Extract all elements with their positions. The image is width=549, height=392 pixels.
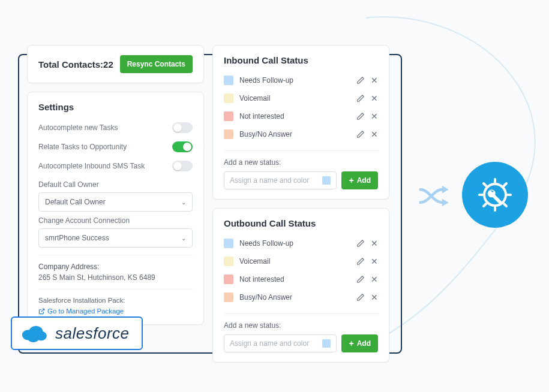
edit-icon[interactable] (356, 293, 365, 301)
edit-icon[interactable] (356, 257, 365, 266)
external-link-icon (38, 308, 45, 315)
delete-icon[interactable]: ✕ (371, 94, 378, 102)
sync-shuffle-icon (418, 183, 453, 209)
svg-line-13 (504, 204, 506, 206)
svg-line-15 (504, 183, 506, 186)
svg-point-4 (28, 333, 40, 342)
plus-icon: + (349, 176, 353, 185)
status-color-swatch (224, 239, 233, 248)
install-pack-label: Salesforce Installation Pack: (38, 297, 125, 304)
outbound-status-card: Outbound Call Status Needs Follow-up ✕ V… (212, 208, 389, 363)
status-label: Not interested (239, 275, 284, 284)
status-color-swatch (224, 76, 233, 85)
svg-marker-6 (442, 199, 449, 207)
toggle-switch[interactable] (172, 122, 193, 133)
delete-icon[interactable]: ✕ (371, 257, 378, 266)
outbound-add-input[interactable]: Assign a name and color (224, 334, 337, 352)
total-contacts-label: Total Contacts:22 (38, 59, 113, 70)
gear-badge (462, 162, 528, 228)
edit-icon[interactable] (356, 239, 365, 248)
setting-label: Autocomplete Inbound SMS Task (38, 162, 145, 170)
inbound-add-button[interactable]: + Add (341, 171, 378, 189)
status-color-swatch (224, 129, 233, 139)
inbound-status-row: Voicemail ✕ (224, 89, 378, 107)
status-color-swatch (224, 257, 233, 266)
chevron-down-icon: ⌄ (181, 235, 186, 242)
setting-toggle-row: Autocomplete Inbound SMS Task (38, 156, 193, 176)
status-label: Busy/No Answer (239, 293, 292, 301)
svg-marker-5 (442, 186, 449, 194)
svg-line-14 (484, 204, 486, 206)
toggle-switch[interactable] (172, 161, 193, 171)
svg-line-0 (41, 309, 44, 312)
managed-package-link[interactable]: Go to Managed Package (38, 307, 124, 315)
edit-icon[interactable] (356, 94, 365, 102)
outbound-status-row: Busy/No Answer ✕ (224, 288, 378, 306)
outbound-status-row: Voicemail ✕ (224, 252, 378, 270)
status-label: Busy/No Answer (239, 130, 292, 138)
company-address-value: 265 S Main St, Hutchinson, KS 6489 (38, 273, 193, 282)
divider (224, 150, 378, 151)
inbound-status-row: Needs Follow-up ✕ (224, 71, 378, 89)
color-swatch-icon[interactable] (322, 176, 331, 185)
plus-icon: + (349, 339, 353, 348)
setting-toggle-row: Autocomplete new Tasks (38, 118, 193, 137)
edit-icon[interactable] (356, 130, 365, 138)
inbound-add-label: Add a new status: (224, 158, 378, 167)
setting-toggle-row: Relate Tasks to Opportunity (38, 137, 193, 156)
salesforce-badge: salesforce (11, 316, 143, 350)
inbound-status-row: Busy/No Answer ✕ (224, 125, 378, 143)
outbound-add-label: Add a new status: (224, 321, 378, 330)
status-color-swatch (224, 275, 233, 284)
edit-icon[interactable] (356, 76, 365, 85)
delete-icon[interactable]: ✕ (371, 293, 378, 301)
inbound-status-row: Not interested ✕ (224, 107, 378, 125)
delete-icon[interactable]: ✕ (371, 275, 378, 284)
status-color-swatch (224, 293, 233, 302)
svg-line-12 (484, 183, 486, 186)
inbound-add-input[interactable]: Assign a name and color (224, 171, 337, 189)
status-color-swatch (224, 94, 233, 103)
delete-icon[interactable]: ✕ (371, 112, 378, 120)
default-owner-label: Default Call Owner (38, 180, 193, 189)
status-label: Needs Follow-up (239, 76, 293, 85)
inbound-status-card: Inbound Call Status Needs Follow-up ✕ Vo… (212, 45, 389, 200)
status-label: Voicemail (239, 94, 270, 102)
gear-wrench-icon (476, 176, 514, 214)
settings-title: Settings (38, 102, 193, 112)
inbound-title: Inbound Call Status (224, 55, 378, 65)
status-label: Voicemail (239, 257, 270, 266)
outbound-status-row: Not interested ✕ (224, 270, 378, 288)
delete-icon[interactable]: ✕ (371, 239, 378, 248)
divider (224, 313, 378, 314)
outbound-status-row: Needs Follow-up ✕ (224, 234, 378, 252)
contacts-card: Total Contacts:22 Resync Contacts (27, 45, 204, 83)
outbound-add-button[interactable]: + Add (341, 334, 378, 352)
toggle-switch[interactable] (172, 141, 193, 152)
delete-icon[interactable]: ✕ (371, 76, 378, 85)
company-address-label: Company Address: (38, 263, 193, 271)
status-label: Needs Follow-up (239, 239, 293, 248)
salesforce-text: salesforce (55, 324, 130, 343)
default-owner-select[interactable]: Default Call Owner ⌄ (38, 192, 193, 212)
settings-card: Settings Autocomplete new Tasks Relate T… (27, 92, 204, 325)
setting-label: Autocomplete new Tasks (38, 123, 118, 132)
account-connection-select[interactable]: smrtPhone Success ⌄ (38, 228, 193, 248)
edit-icon[interactable] (356, 275, 365, 284)
chevron-down-icon: ⌄ (181, 199, 186, 206)
account-connection-label: Change Account Connection (38, 216, 193, 225)
divider (38, 289, 193, 290)
delete-icon[interactable]: ✕ (371, 130, 378, 138)
resync-contacts-button[interactable]: Resync Contacts (120, 55, 193, 73)
status-color-swatch (224, 111, 233, 121)
divider (38, 255, 193, 255)
setting-label: Relate Tasks to Opportunity (38, 143, 127, 151)
color-swatch-icon[interactable] (322, 339, 331, 348)
status-label: Not interested (239, 112, 284, 120)
edit-icon[interactable] (356, 112, 365, 120)
salesforce-cloud-icon (20, 324, 48, 343)
outbound-title: Outbound Call Status (224, 218, 378, 228)
